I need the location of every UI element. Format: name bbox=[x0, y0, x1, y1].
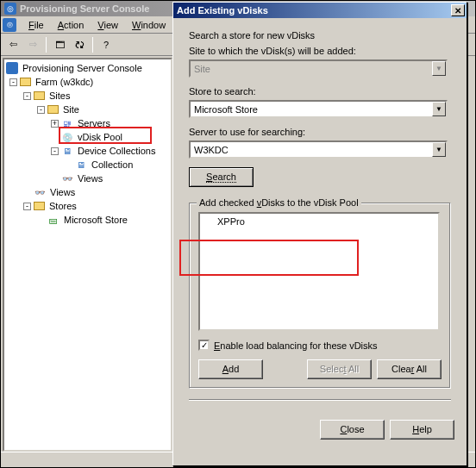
tree-vdiskpool[interactable]: 💿 vDisk Pool bbox=[6, 130, 169, 144]
tree-root-label: Provisioning Server Console bbox=[21, 63, 144, 73]
menu-window[interactable]: Window bbox=[125, 18, 172, 32]
tree-pane[interactable]: Provisioning Server Console - Farm (w3kd… bbox=[3, 58, 172, 452]
tree-views-label: Views bbox=[48, 187, 77, 197]
tree-servers-label: Servers bbox=[76, 118, 112, 128]
select-all-button: Select All bbox=[307, 359, 372, 379]
views-icon: 👓 bbox=[34, 187, 46, 197]
toolbar-forward-icon: ⇨ bbox=[24, 36, 41, 53]
tree-vdiskpool-label: vDisk Pool bbox=[76, 132, 124, 142]
tree-site-label: Site bbox=[61, 104, 81, 115]
dialog-title: Add Existing vDisks bbox=[177, 5, 451, 16]
store-icon: 🖴 bbox=[47, 215, 60, 225]
folder-icon bbox=[34, 91, 45, 100]
chevron-down-icon: ▼ bbox=[432, 61, 446, 76]
toolbar-separator bbox=[46, 37, 47, 53]
tree-views[interactable]: 👓 Views bbox=[6, 185, 169, 199]
dialog-titlebar[interactable]: Add Existing vDisks ✕ bbox=[173, 3, 467, 18]
twisty-icon[interactable]: - bbox=[51, 147, 59, 155]
app-icon: ◎ bbox=[4, 3, 16, 15]
site-combo: Site ▼ bbox=[189, 59, 448, 78]
dialog-intro: Search a store for new vDisks bbox=[189, 30, 451, 41]
toolbar-refresh-icon[interactable]: 🗘 bbox=[71, 36, 88, 53]
site-label: Site to which the vDisk(s) will be added… bbox=[189, 46, 451, 56]
close-button[interactable]: Close bbox=[320, 420, 385, 440]
tree-collection-label: Collection bbox=[90, 159, 135, 170]
tree-msstore-label: Microsoft Store bbox=[62, 215, 129, 225]
servers-icon: 🖳 bbox=[61, 118, 73, 128]
enable-lb-row[interactable]: ✓ Enable load balancing for these vDisks bbox=[198, 340, 442, 351]
toolbar-separator bbox=[92, 37, 93, 53]
help-button[interactable]: Help bbox=[390, 420, 454, 440]
clear-all-button[interactable]: Clear All bbox=[377, 359, 442, 379]
chevron-down-icon[interactable]: ▼ bbox=[432, 142, 446, 157]
store-combo-value: Microsoft Store bbox=[191, 104, 432, 115]
tree-root[interactable]: Provisioning Server Console bbox=[6, 61, 169, 75]
store-label: Store to search: bbox=[189, 86, 451, 97]
enable-lb-label: Enable load balancing for these vDisks bbox=[214, 340, 378, 351]
search-button[interactable]: Search bbox=[189, 167, 254, 187]
separator bbox=[189, 399, 451, 401]
server-combo[interactable]: W3KDC ▼ bbox=[189, 140, 448, 159]
menu-view[interactable]: View bbox=[91, 18, 125, 32]
menu-action[interactable]: Action bbox=[51, 18, 91, 32]
twisty-icon[interactable]: - bbox=[37, 106, 45, 114]
views-icon: 👓 bbox=[61, 173, 73, 184]
toolbar-back-icon[interactable]: ⇦ bbox=[4, 36, 22, 53]
add-button[interactable]: Add bbox=[198, 359, 263, 379]
collection-icon: 🖥 bbox=[75, 159, 87, 170]
system-menu-icon[interactable]: ◎ bbox=[3, 18, 16, 32]
toolbar-help-icon[interactable]: ? bbox=[97, 36, 115, 53]
twisty-icon[interactable]: - bbox=[23, 92, 31, 100]
tree-devicecoll[interactable]: - 🖥 Device Collections bbox=[6, 144, 169, 158]
site-combo-value: Site bbox=[191, 64, 432, 74]
collections-icon: 🖥 bbox=[61, 146, 73, 156]
tree-collection[interactable]: 🖥 Collection bbox=[6, 158, 169, 172]
folder-icon bbox=[34, 202, 45, 210]
twisty-icon[interactable]: - bbox=[9, 78, 17, 86]
folder-icon bbox=[20, 78, 31, 86]
tree-farm-label: Farm (w3kdc) bbox=[34, 77, 95, 87]
menu-file[interactable]: File bbox=[22, 18, 51, 32]
store-combo[interactable]: Microsoft Store ▼ bbox=[189, 100, 448, 118]
list-item[interactable]: XPPro bbox=[202, 215, 436, 228]
close-icon[interactable]: ✕ bbox=[451, 4, 465, 16]
server-label: Server to use for searching: bbox=[189, 127, 451, 137]
twisty-icon[interactable]: + bbox=[51, 120, 59, 128]
twisty-icon[interactable]: - bbox=[23, 203, 31, 210]
groupbox-label: Add checked vDisks to the vDisk Pool bbox=[197, 197, 361, 208]
add-vdisks-dialog: Add Existing vDisks ✕ Search a store for… bbox=[172, 2, 467, 466]
folder-icon bbox=[47, 105, 59, 114]
chevron-down-icon[interactable]: ▼ bbox=[432, 102, 446, 116]
tree-farm[interactable]: - Farm (w3kdc) bbox=[6, 75, 169, 89]
tree-devicecoll-label: Device Collections bbox=[76, 146, 157, 156]
vdisk-groupbox: Add checked vDisks to the vDisk Pool XPP… bbox=[189, 203, 451, 389]
tree-stores[interactable]: - Stores bbox=[6, 199, 169, 213]
console-icon bbox=[6, 62, 18, 74]
tree-msstore[interactable]: 🖴 Microsoft Store bbox=[6, 213, 169, 227]
vdisk-icon: 💿 bbox=[61, 132, 73, 142]
tree-servers[interactable]: + 🖳 Servers bbox=[6, 116, 169, 130]
tree-views-inner-label: Views bbox=[76, 173, 104, 184]
tree-views-inner[interactable]: 👓 Views bbox=[6, 172, 169, 185]
tree-sites-label: Sites bbox=[47, 90, 72, 101]
checkbox-checked-icon[interactable]: ✓ bbox=[198, 340, 210, 351]
tree-stores-label: Stores bbox=[47, 201, 78, 211]
server-combo-value: W3KDC bbox=[191, 145, 432, 155]
tree-sites[interactable]: - Sites bbox=[6, 89, 169, 103]
tree-site[interactable]: - Site bbox=[6, 103, 169, 116]
vdisk-listbox[interactable]: XPPro bbox=[198, 212, 440, 331]
app-title: Provisioning Server Console bbox=[20, 3, 149, 14]
toolbar-btn1-icon[interactable]: 🗔 bbox=[51, 36, 68, 53]
